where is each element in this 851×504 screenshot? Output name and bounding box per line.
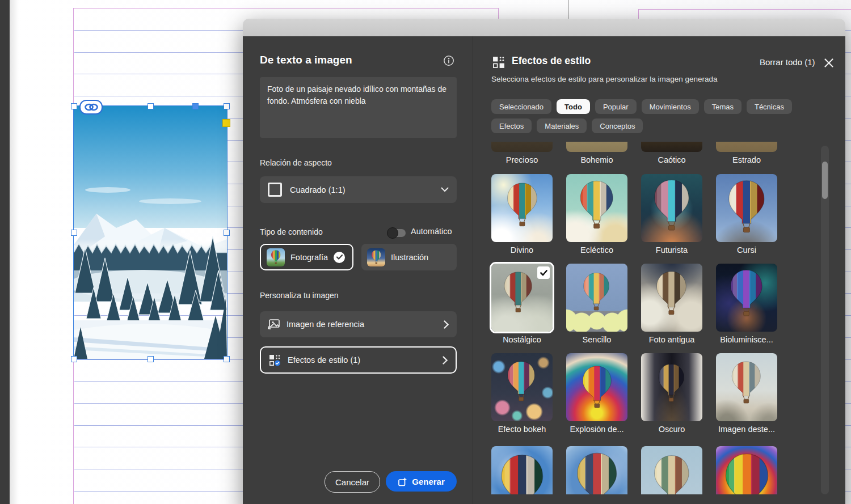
style-thumb-precioso[interactable] [491,142,553,152]
balloon-art [655,362,687,404]
balloon-art [721,451,773,494]
style-thumb-bohemio[interactable] [566,142,627,152]
text-to-image-dialog: De texto a imagen Foto de un paisaje nev… [243,19,845,504]
prompt-input[interactable]: Foto de un paisaje nevado idílico con mo… [260,77,457,138]
balloon-art [727,268,766,319]
scrollbar-track[interactable] [821,146,829,494]
scrollbar-thumb[interactable] [822,162,828,199]
style-label: Bioluminisce... [708,335,785,344]
style-thumb-imagendeste[interactable] [716,353,777,421]
selection-handle-top-center[interactable] [148,103,154,109]
filter-chip-seleccionado[interactable]: Seleccionado [491,99,551,114]
filter-chip-movimientos[interactable]: Movimientos [642,99,699,114]
balloon-art [728,359,764,406]
style-label: Sencillo [558,335,635,344]
winter-landscape-art [74,106,227,359]
style-label: Nostálgico [483,335,561,344]
style-label: Explosión de... [558,425,635,434]
style-thumb-caotico[interactable] [641,142,702,152]
style-label: Imagen deste... [708,425,785,434]
selection-handle-content-grabber[interactable] [192,103,199,109]
balloon-art [501,270,535,315]
filter-chip-tecnicas[interactable]: Técnicas [747,99,792,114]
balloon-art [724,178,769,236]
filter-chip-todo[interactable]: Todo [557,99,590,114]
page-boundary-guide [568,0,569,19]
selection-handle-bottom-left[interactable] [71,356,77,362]
filter-chip-conceptos[interactable]: Conceptos [592,118,643,133]
filter-chip-materiales[interactable]: Materiales [537,118,587,133]
style-thumb-futurista[interactable] [641,174,702,242]
filter-chip-popular[interactable]: Popular [595,99,637,114]
style-label: Estrado [708,155,785,164]
style-grid: PreciosoBohemioCaóticoEstrado Divino Ecl… [243,142,845,494]
style-label: Foto antigua [633,335,710,344]
style-label: Precioso [483,155,561,164]
selection-handle-top-left[interactable] [71,103,77,109]
balloon-art [650,453,693,494]
style-thumb-efectobokeh[interactable] [491,353,553,421]
style-thumb-row4col2[interactable] [641,446,702,494]
style-thumb-eclectico[interactable] [566,174,627,242]
filter-chip-efectos[interactable]: Efectos [491,118,532,133]
panel-subtitle: Selecciona efectos de estilo para person… [491,75,718,83]
style-thumb-nostalgico[interactable] [491,264,553,332]
app-root: De texto a imagen Foto de un paisaje nev… [0,0,851,504]
style-label: Bohemio [558,155,635,164]
balloon-art [576,179,617,232]
balloon-art [579,364,615,411]
chain-link-icon [84,103,99,111]
corner-edit-handle[interactable] [222,119,230,127]
style-thumb-sencillo[interactable] [566,264,627,332]
style-thumb-bioluminisce[interactable] [716,264,777,332]
dialog-title: De texto a imagen [260,54,352,66]
info-icon[interactable] [443,55,454,66]
selection-handle-mid-right[interactable] [224,230,230,236]
style-label: Oscuro [633,425,710,434]
balloon-art [504,359,538,404]
filter-chips: SeleccionadoTodoPopularMovimientosTemasT… [491,99,832,133]
style-thumb-divino[interactable] [491,174,553,242]
balloon-art [650,177,693,234]
page-edge-shadow [10,0,19,504]
dialog-titlebar[interactable] [243,19,845,36]
style-effects-panel-icon [492,56,505,69]
style-label: Efecto bokeh [483,425,561,434]
style-thumb-oscuro[interactable] [641,353,702,421]
panel-title: Efectos de estilo [512,55,591,67]
balloon-art [580,271,612,313]
balloon-art [504,181,541,230]
selected-style-check-icon[interactable] [537,266,550,279]
style-thumb-row4col1[interactable] [566,446,627,494]
style-thumb-cursi[interactable] [716,174,777,242]
selection-handle-bottom-right[interactable] [224,356,230,362]
balloon-art [653,269,690,318]
style-label: Futurista [633,245,710,255]
style-thumb-row4col0[interactable] [491,446,553,494]
pasteboard-strip [0,0,10,504]
style-thumb-fotoantigua[interactable] [641,264,702,332]
style-label: Divino [483,245,561,255]
linked-image-icon[interactable] [79,100,103,115]
placed-winter-image[interactable] [74,106,227,359]
selection-handle-top-right[interactable] [224,103,230,109]
selection-handle-mid-left[interactable] [71,230,77,236]
clear-all-button[interactable]: Borrar todo (1) [760,57,815,67]
style-label: Cursi [708,245,785,255]
filter-chip-temas[interactable]: Temas [704,99,742,114]
balloon-art [572,450,621,494]
style-thumb-estrado[interactable] [716,142,777,152]
style-thumb-row4col3[interactable] [716,446,777,494]
style-thumb-explosionde[interactable] [566,353,627,421]
balloon-art [496,452,548,494]
selection-handle-bottom-center[interactable] [148,356,154,362]
style-label: Ecléctico [558,245,635,255]
style-label: Caótico [633,155,710,164]
close-icon[interactable] [824,58,834,68]
